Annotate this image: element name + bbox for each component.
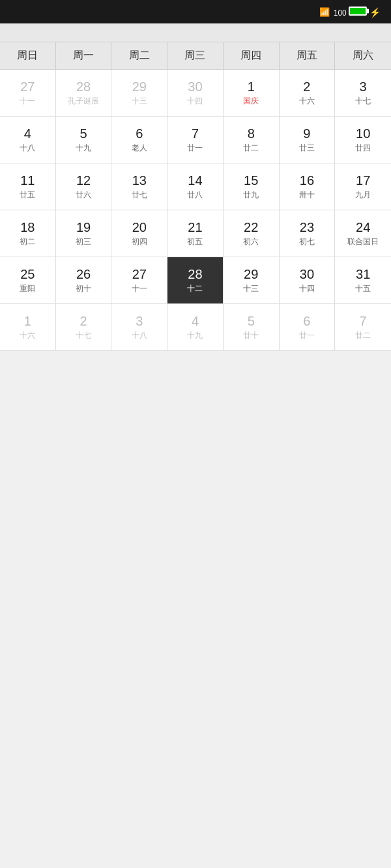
day-sub: 廿一 [187, 143, 203, 154]
day-cell[interactable]: 6老人 [111, 117, 167, 163]
weekday-label: 周六 [335, 42, 391, 69]
day-cell[interactable]: 11廿五 [0, 163, 56, 210]
day-cell[interactable]: 7廿一 [167, 117, 224, 163]
day-number: 10 [356, 126, 370, 141]
day-sub: 十五 [355, 283, 371, 294]
day-cell[interactable]: 18初二 [0, 210, 56, 257]
day-sub: 初六 [243, 236, 259, 247]
day-cell[interactable]: 1十六 [0, 304, 56, 351]
day-number: 4 [24, 126, 31, 141]
day-sub: 初五 [187, 236, 203, 247]
day-sub: 廿二 [243, 143, 259, 154]
day-cell[interactable]: 28孔子诞辰 [56, 70, 112, 117]
day-number: 23 [300, 219, 314, 235]
calendar-body: 27十一28孔子诞辰29十三30十四1国庆2十六3十七4十八5十九6老人7廿一8… [0, 70, 391, 351]
day-cell[interactable]: 2十六 [280, 70, 336, 117]
day-cell[interactable]: 20初四 [111, 210, 167, 257]
weekday-label: 周一 [56, 42, 112, 69]
day-number: 27 [20, 79, 35, 94]
day-number: 19 [76, 219, 91, 235]
calendar-header [0, 23, 391, 42]
day-cell[interactable]: 5十九 [56, 117, 112, 163]
calendar-grid: 27十一28孔子诞辰29十三30十四1国庆2十六3十七4十八5十九6老人7廿一8… [0, 70, 391, 351]
next-month-button[interactable] [368, 30, 381, 35]
day-cell[interactable]: 24联合国日 [335, 210, 391, 257]
day-cell[interactable]: 17九月 [335, 163, 391, 210]
day-number: 15 [244, 173, 258, 188]
day-sub: 廿七 [132, 189, 147, 201]
day-sub: 十二 [187, 283, 203, 294]
day-cell[interactable]: 29十三 [111, 70, 167, 117]
day-cell[interactable]: 10廿四 [335, 117, 391, 163]
day-cell[interactable]: 4十八 [0, 117, 56, 163]
weekday-label: 周日 [0, 42, 56, 69]
day-cell[interactable]: 31十五 [335, 257, 391, 304]
status-bar: 📶 100 ⚡ [0, 0, 391, 23]
day-number: 8 [248, 126, 255, 141]
day-cell[interactable]: 26初十 [56, 257, 112, 304]
day-cell[interactable]: 16卅十 [280, 163, 336, 210]
wifi-icon: 📶 [319, 7, 330, 17]
weekday-row: 周日周一周二周三周四周五周六 [0, 42, 391, 70]
day-sub: 孔子诞辰 [68, 96, 99, 107]
day-cell[interactable]: 7廿二 [335, 304, 391, 351]
day-cell[interactable]: 2十七 [56, 304, 112, 351]
day-cell[interactable]: 28十二 [167, 257, 224, 304]
day-cell[interactable]: 9廿三 [280, 117, 336, 163]
day-number: 6 [303, 313, 310, 329]
day-number: 26 [76, 266, 91, 282]
day-cell[interactable]: 25重阳 [0, 257, 56, 304]
day-number: 13 [132, 173, 147, 188]
day-number: 5 [248, 313, 255, 329]
day-number: 16 [300, 173, 314, 188]
day-cell[interactable]: 30十四 [167, 70, 224, 117]
day-sub: 联合国日 [347, 236, 379, 247]
day-cell[interactable]: 27十一 [0, 70, 56, 117]
day-number: 5 [80, 126, 87, 141]
day-cell[interactable]: 27十一 [111, 257, 167, 304]
day-cell[interactable]: 8廿二 [224, 117, 280, 163]
day-sub: 十六 [299, 96, 315, 107]
day-cell[interactable]: 15廿九 [224, 163, 280, 210]
day-sub: 重阳 [20, 283, 35, 294]
day-number: 31 [356, 266, 370, 282]
day-sub: 初四 [132, 236, 147, 247]
day-sub: 廿四 [355, 143, 371, 154]
day-number: 29 [132, 79, 147, 94]
day-number: 22 [244, 219, 258, 235]
day-sub: 十九 [187, 330, 203, 341]
day-sub: 九月 [355, 189, 371, 201]
status-right: 📶 100 ⚡ [315, 7, 381, 18]
day-cell[interactable]: 5廿十 [224, 304, 280, 351]
day-cell[interactable]: 3十八 [111, 304, 167, 351]
day-sub: 十一 [20, 96, 35, 107]
day-sub: 十一 [132, 283, 147, 294]
day-sub: 廿一 [299, 330, 315, 341]
day-cell[interactable]: 12廿六 [56, 163, 112, 210]
day-cell[interactable]: 6廿一 [280, 304, 336, 351]
day-cell[interactable]: 3十七 [335, 70, 391, 117]
weekday-label: 周四 [224, 42, 280, 69]
prev-month-button[interactable] [10, 30, 23, 35]
battery-indicator: 100 ⚡ [334, 7, 381, 18]
day-cell[interactable]: 19初三 [56, 210, 112, 257]
day-cell[interactable]: 30十四 [280, 257, 336, 304]
day-number: 7 [192, 126, 199, 141]
day-number: 27 [132, 266, 147, 282]
day-cell[interactable]: 1国庆 [224, 70, 280, 117]
day-cell[interactable]: 13廿七 [111, 163, 167, 210]
day-cell[interactable]: 23初七 [280, 210, 336, 257]
day-cell[interactable]: 29十三 [224, 257, 280, 304]
day-cell[interactable]: 21初五 [167, 210, 224, 257]
day-number: 11 [20, 173, 35, 188]
day-number: 25 [20, 266, 35, 282]
day-sub: 初三 [76, 236, 91, 247]
day-sub: 廿九 [243, 189, 259, 201]
day-cell[interactable]: 4十九 [167, 304, 224, 351]
day-cell[interactable]: 14廿八 [167, 163, 224, 210]
day-sub: 廿六 [76, 189, 91, 201]
day-cell[interactable]: 22初六 [224, 210, 280, 257]
day-sub: 十九 [76, 143, 91, 154]
day-sub: 廿十 [243, 330, 259, 341]
day-number: 29 [244, 266, 258, 282]
